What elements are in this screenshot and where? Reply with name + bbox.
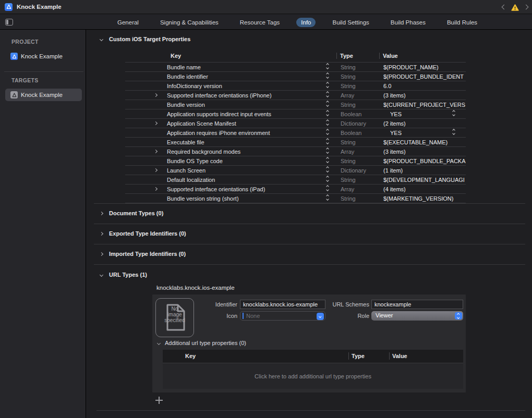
- chevron-right-icon: [100, 211, 103, 215]
- property-type: String: [341, 158, 356, 164]
- tab-build-settings[interactable]: Build Settings: [328, 18, 373, 27]
- icon-popup-value: None: [246, 313, 260, 319]
- property-row[interactable]: Supported interface orientations (iPad)A…: [125, 185, 466, 194]
- stepper-icon[interactable]: [327, 167, 329, 172]
- disclosure-icon[interactable]: [154, 93, 158, 97]
- chevron-up-icon: [326, 82, 329, 85]
- chevron-up-icon: [326, 194, 329, 198]
- additional-table-empty-row[interactable]: Click here to add additional url type pr…: [163, 363, 463, 389]
- property-row[interactable]: Application supports indirect input even…: [125, 109, 466, 119]
- sidebar-item-knock-example[interactable]: Knock Example: [5, 89, 82, 101]
- property-value: $(PRODUCT_BUNDLE_IDENT: [383, 73, 466, 80]
- property-key: Supported interface orientations (iPad): [167, 186, 265, 192]
- section-title: Imported Type Identifiers (0): [109, 251, 186, 257]
- stepper-icon[interactable]: [453, 110, 455, 116]
- project-icon: [5, 3, 13, 11]
- url-schemes-field[interactable]: knockexample: [371, 300, 463, 309]
- chevron-up-icon: [326, 166, 329, 169]
- tab-general[interactable]: General: [113, 18, 143, 27]
- section-document-types-0-[interactable]: Document Types (0): [100, 209, 163, 217]
- sidebar-item-knock-example[interactable]: Knock Example: [5, 50, 82, 63]
- chevron-up-icon: [326, 147, 329, 151]
- stepper-icon[interactable]: [327, 157, 329, 163]
- section-title: Exported Type Identifiers (0): [109, 230, 186, 237]
- stepper-icon[interactable]: [327, 101, 329, 106]
- stepper-icon[interactable]: [327, 195, 329, 200]
- property-row[interactable]: Bundle nameString$(PRODUCT_NAME): [125, 63, 466, 72]
- section-custom-ios-target-properties[interactable]: Custom iOS Target Properties: [100, 35, 190, 43]
- back-chevron-icon[interactable]: [502, 5, 507, 10]
- stepper-icon[interactable]: [327, 129, 329, 134]
- identifier-field[interactable]: knocklabs.knock.ios-example: [240, 300, 325, 309]
- tab-signing-capabilities[interactable]: Signing & Capabilities: [155, 18, 223, 27]
- add-url-type-button[interactable]: [155, 397, 163, 404]
- tab-resource-tags[interactable]: Resource Tags: [235, 18, 285, 27]
- chevron-down-icon: [326, 85, 329, 88]
- property-row[interactable]: Bundle OS Type codeString$(PRODUCT_BUNDL…: [125, 156, 466, 166]
- disclosure-icon[interactable]: [154, 168, 158, 172]
- disclosure-icon[interactable]: [154, 121, 158, 125]
- tab-build-phases[interactable]: Build Phases: [386, 18, 430, 27]
- property-row[interactable]: Supported interface orientations (iPhone…: [125, 91, 466, 100]
- disclosure-icon[interactable]: [154, 187, 158, 191]
- disclosure-icon[interactable]: [154, 150, 158, 153]
- stepper-icon[interactable]: [327, 139, 329, 144]
- property-type: Array: [341, 186, 354, 192]
- property-row[interactable]: Launch ScreenDictionary(1 item): [125, 166, 466, 175]
- property-key: Bundle version string (short): [167, 195, 239, 202]
- property-row[interactable]: Executable fileString$(EXECUTABLE_NAME): [125, 138, 466, 147]
- property-row[interactable]: Bundle identifierString$(PRODUCT_BUNDLE_…: [125, 72, 466, 81]
- property-value: YES: [390, 111, 473, 117]
- property-key: Supported interface orientations (iPhone…: [167, 92, 272, 99]
- stepper-icon[interactable]: [327, 120, 329, 125]
- chevron-up-icon: [326, 72, 329, 76]
- column-type: Type: [352, 353, 365, 359]
- role-popup[interactable]: Viewer: [371, 311, 463, 321]
- stepper-icon[interactable]: [327, 186, 329, 191]
- property-row[interactable]: InfoDictionary versionString6.0: [125, 81, 466, 91]
- section-url-types[interactable]: URL Types (1): [100, 271, 147, 279]
- section-divider: [94, 203, 525, 204]
- icon-popup[interactable]: None: [240, 311, 325, 321]
- property-row[interactable]: Application Scene ManifestDictionary(2 i…: [125, 119, 466, 128]
- stepper-icon[interactable]: [327, 82, 329, 88]
- property-value: (4 items): [383, 186, 466, 192]
- property-value: (3 items): [383, 149, 466, 155]
- stepper-icon[interactable]: [327, 64, 329, 69]
- sidebar-divider: [4, 71, 83, 72]
- project-glyph: [6, 4, 11, 9]
- property-row[interactable]: Required background modesArray(3 items): [125, 147, 466, 156]
- stepper-icon[interactable]: [453, 129, 455, 134]
- chevron-right-icon: [100, 231, 103, 235]
- popup-stepper-icon[interactable]: [455, 312, 462, 319]
- section-exported-type-identifiers-0-[interactable]: Exported Type Identifiers (0): [100, 229, 186, 238]
- chevron-up-icon: [326, 101, 329, 104]
- section-imported-type-identifiers-0-[interactable]: Imported Type Identifiers (0): [100, 250, 186, 258]
- property-type: Boolean: [341, 111, 361, 117]
- stepper-icon[interactable]: [327, 176, 329, 181]
- property-type: Array: [341, 92, 354, 99]
- stepper-icon[interactable]: [327, 92, 329, 97]
- sidebar-item-label: Knock Example: [21, 92, 63, 98]
- stepper-icon[interactable]: [327, 148, 329, 153]
- sidebar-toggle-icon[interactable]: [5, 19, 13, 26]
- window-title: Knock Example: [17, 4, 62, 10]
- stepper-icon[interactable]: [327, 73, 329, 78]
- forward-chevron-icon[interactable]: [524, 5, 529, 10]
- additional-properties-header[interactable]: Additional url type properties (0): [158, 340, 246, 346]
- sidebar: PROJECT Knock Example TARGETS Knock Exam…: [0, 30, 86, 418]
- chevron-up-icon: [326, 138, 329, 141]
- property-row[interactable]: Bundle versionString$(CURRENT_PROJECT_VE…: [125, 100, 466, 109]
- property-value: $(DEVELOPMENT_LANGUAGI: [383, 177, 466, 183]
- property-row[interactable]: Application requires iPhone environmentB…: [125, 128, 466, 138]
- property-type: Boolean: [341, 130, 361, 136]
- tab-info[interactable]: Info: [296, 18, 316, 27]
- chevron-up-icon: [326, 91, 329, 94]
- tab-build-rules[interactable]: Build Rules: [442, 18, 482, 27]
- property-row[interactable]: Default localizationString$(DEVELOPMENT_…: [125, 175, 466, 185]
- property-value: $(PRODUCT_NAME): [383, 64, 466, 70]
- warning-badge-icon[interactable]: [511, 4, 519, 10]
- stepper-icon[interactable]: [327, 110, 329, 116]
- target-icon: [10, 53, 18, 60]
- property-row[interactable]: Bundle version string (short)String$(MAR…: [125, 194, 466, 203]
